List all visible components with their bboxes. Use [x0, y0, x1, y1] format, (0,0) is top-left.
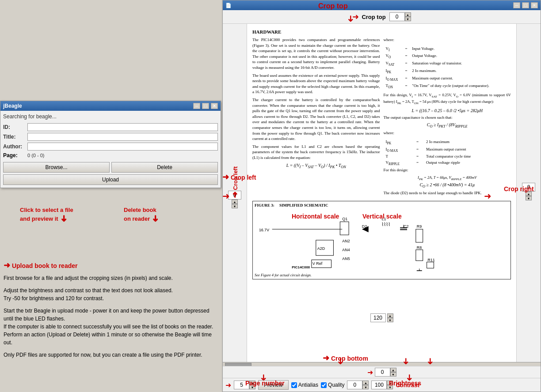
crop-right-spinbtns: ▲ ▼	[526, 192, 532, 200]
his-input[interactable]	[370, 313, 386, 322]
crop-right-bar: ▲ ▼	[516, 24, 541, 362]
crop-top-spinner: ▲ ▼	[389, 12, 411, 21]
output-cap: The output capacitance is chosen such th…	[384, 115, 511, 121]
jbeagle-maximize-btn[interactable]: □	[202, 103, 209, 109]
crop-top-input[interactable]	[389, 12, 405, 21]
bottom-controls: ➜ ▲ ▼ ➜ ▲ ▼ Preview	[223, 366, 541, 392]
doc-maximize-btn[interactable]: □	[522, 2, 529, 8]
defs-table-2: IPK=2 Io maximum IO MAX=Maximum output c…	[384, 138, 511, 167]
jbeagle-minimize-btn[interactable]: ─	[193, 103, 200, 109]
jbeagle-window: jBeagle ─ □ ✕ Searching for beagle... ID…	[0, 101, 221, 188]
his-down[interactable]: ▼	[387, 318, 393, 322]
svg-text:A2D: A2D	[317, 246, 325, 251]
quality-checkbox[interactable]	[321, 382, 327, 388]
contrast-down[interactable]: ▼	[387, 385, 393, 389]
crop-bottom-down[interactable]: ▼	[390, 372, 396, 377]
author-label: Author:	[3, 143, 27, 150]
equation-ipk: IPK = 2A, T = 66μs, VRIPPLE = 400mV	[384, 175, 511, 181]
def-vo: VO=Output Voltage.	[385, 53, 511, 60]
for-this-design: For this design:	[384, 167, 511, 173]
his-spinbtns: ▲ ▼	[387, 313, 393, 322]
contrast-input[interactable]	[371, 381, 387, 389]
his-input-group: ▲ ▼	[370, 313, 393, 322]
def-ipk: IPK=2 Io maximum.	[385, 68, 511, 75]
brightness-up[interactable]: ▲	[362, 381, 369, 385]
two-col-layout: The PIC14C000 provides two comparators a…	[252, 37, 511, 198]
def-vsat: VSAT=Saturation voltage of transistor.	[385, 60, 511, 67]
brightness-spinbtns: ▲ ▼	[362, 381, 369, 389]
doc-titlebar: 📄 ─ □ ✕	[223, 0, 541, 10]
crop-right-down[interactable]: ▼	[526, 196, 532, 200]
title-label: Title:	[3, 134, 27, 140]
contrast-spinbtns: ▲ ▼	[387, 381, 393, 389]
crop-bottom-spinbtns: ▲ ▼	[390, 368, 396, 377]
page-number-input[interactable]	[234, 381, 249, 389]
definitions-table: VI=Input Voltage. VO=Output Voltage. VSA…	[384, 45, 511, 90]
schematic-svg: 16.7V Q1 D2 L1 ⌇⌇⌇⌇ C2	[255, 209, 509, 271]
upload-button[interactable]: Upload	[3, 174, 218, 185]
minimize-icon: ─	[195, 104, 198, 108]
search-bar: Searching for beagle...	[3, 113, 218, 120]
delete-button[interactable]: Delete	[111, 162, 218, 173]
col-defs-right: where: VI=Input Voltage. VO=Output Volta…	[384, 37, 511, 198]
def2-t: T=Total comparator cycle time	[385, 154, 511, 159]
contrast-spinner: ▲ ▼	[371, 381, 393, 389]
quality-label: Quality	[328, 382, 344, 388]
crop-bottom-input[interactable]	[375, 368, 390, 377]
para-1: The PIC14C000 provides two comparators a…	[252, 37, 380, 71]
page-row: Page: 0 (0 - 0)	[3, 152, 218, 158]
svg-text:AN2: AN2	[342, 239, 350, 243]
where-label: where:	[384, 37, 511, 43]
crop-left-up[interactable]: ▲	[232, 200, 238, 204]
schematic-caption: See Figure 4 for actual circuit design.	[255, 273, 509, 277]
doc-minimize-btn[interactable]: ─	[513, 2, 520, 8]
crop-bottom-up[interactable]: ▲	[390, 368, 396, 372]
preview-button[interactable]: Preview	[258, 380, 289, 390]
author-input[interactable]	[27, 143, 218, 151]
controls-bar: ➜ ▲ ▼ Preview Antialias Quality	[223, 378, 541, 392]
id-input[interactable]	[27, 123, 218, 131]
crop-bottom-bar: ➜ ▲ ▼	[223, 366, 541, 378]
crop-right-up[interactable]: ▲	[526, 192, 532, 196]
crop-top-spinbtns: ▲ ▼	[405, 12, 411, 21]
jbeagle-close-btn[interactable]: ✕	[211, 103, 218, 109]
schematic-title: FIGURE 3: SIMPLIFIED SCHEMATIC	[255, 203, 509, 207]
def-iomax: IO MAX=Maximum output current.	[385, 75, 511, 82]
crop-bottom-arrow: ➜	[367, 368, 373, 377]
his-up[interactable]: ▲	[387, 313, 393, 318]
brightness-down[interactable]: ▼	[362, 385, 369, 389]
title-input[interactable]	[27, 133, 218, 141]
antialias-label: Antialias	[298, 382, 318, 388]
brightness-input[interactable]	[347, 381, 362, 389]
browse-button[interactable]: Browse...	[3, 162, 110, 173]
svg-text:R8: R8	[417, 245, 422, 250]
crop-left-down[interactable]: ▼	[232, 204, 238, 208]
antialias-check-group: Antialias	[291, 382, 318, 388]
page-view: HARDWARE The PIC14C000 provides two comp…	[247, 24, 516, 362]
page-num-arrow: ➜	[225, 381, 231, 389]
crop-right-input[interactable]	[522, 183, 535, 192]
contrast-label: Contrast	[396, 382, 419, 388]
page-value: 0 (0 - 0)	[27, 153, 45, 158]
jbeagle-title: jBeagle	[3, 103, 22, 109]
delete-book-annotation: Delete book on reader ➜	[124, 207, 159, 224]
doc-title: 📄	[225, 3, 232, 8]
crop-left-label: ➜ Crop left	[230, 166, 240, 198]
doc-close-btn[interactable]: ✕	[531, 2, 538, 8]
crop-top-up[interactable]: ▲	[405, 12, 411, 17]
jbeagle-window-controls: ─ □ ✕	[193, 103, 218, 109]
def2-vripple: VRIPPLE=Output voltage ripple	[385, 160, 511, 166]
jbeagle-titlebar: jBeagle ─ □ ✕	[0, 101, 221, 111]
upload-book-title: ➜ Upload book to reader	[4, 260, 217, 271]
antialias-checkbox[interactable]	[291, 382, 297, 388]
search-text: Searching for beagle...	[3, 113, 57, 120]
page-num-up[interactable]: ▲	[249, 381, 255, 385]
svg-text:⌇⌇⌇⌇: ⌇⌇⌇⌇	[382, 222, 391, 227]
svg-rect-25	[427, 262, 434, 268]
instr-3: Start the txtr Beagle in upload mode - p…	[4, 307, 217, 347]
crop-left-bar: ➜ Crop left ▲ ▼	[223, 24, 247, 362]
contrast-up[interactable]: ▲	[387, 381, 393, 385]
brightness-spinner: ▲ ▼	[347, 381, 369, 389]
page-num-down[interactable]: ▼	[249, 385, 255, 389]
crop-top-down[interactable]: ▼	[405, 17, 411, 21]
